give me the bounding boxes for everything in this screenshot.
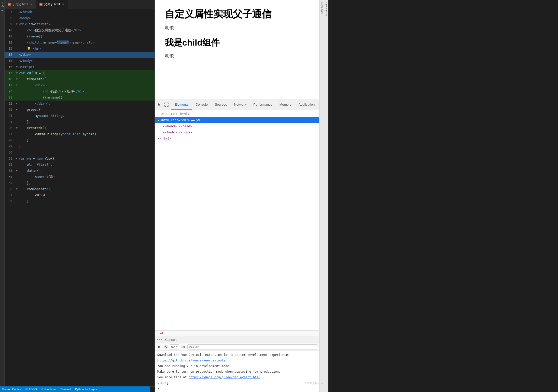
console-top-selector[interactable]: top ▼ xyxy=(170,344,179,349)
code-line: 35 }, xyxy=(5,180,155,186)
editor-panel: H 子传父.html × H 父传子.html × 7 </head> 8 xyxy=(5,0,155,392)
elem-html-attr-name: lang xyxy=(171,117,178,123)
tab-label-1: 子传父.html xyxy=(12,2,28,7)
console-msg-3: Make sure to turn on production mode whe… xyxy=(157,369,317,374)
code-line: 38 } xyxy=(5,198,155,204)
console-dot-2 xyxy=(159,339,160,340)
status-problems[interactable]: ⚠ Problems xyxy=(41,388,56,391)
html-file-icon-1: H xyxy=(8,3,11,6)
line-num: 24 xyxy=(5,113,15,119)
preview-child-subtitle: 胡歌 xyxy=(165,53,309,59)
fold-gutter[interactable]: ▼ xyxy=(15,168,19,174)
line-num: 8 xyxy=(5,15,15,21)
right-sidebar-bookmarks: Bookmarks xyxy=(324,0,328,392)
elem-html-eq: = xyxy=(178,117,180,123)
code-line: 30 xyxy=(5,149,155,156)
code-content: el: '#first', xyxy=(19,162,155,168)
console-clear-btn[interactable] xyxy=(163,344,169,349)
code-line: 24 myname: String, xyxy=(5,113,155,119)
code-line: 12 <child :myname="name">name</child> xyxy=(5,39,155,46)
fold-gutter[interactable]: ▼ xyxy=(15,21,19,27)
elem-html-triangle[interactable]: ▶ xyxy=(158,117,159,123)
tab-application[interactable]: Application xyxy=(295,99,318,110)
fold-gutter[interactable]: ▼ xyxy=(15,107,19,113)
code-content: } xyxy=(19,143,155,149)
svg-marker-4 xyxy=(158,346,161,348)
devtools-cursor-btn[interactable] xyxy=(156,99,163,110)
tab-elements[interactable]: Elements xyxy=(171,99,192,110)
console-msg-4: See more tips at https://vuejs.org/guide… xyxy=(157,374,317,380)
svg-point-8 xyxy=(183,346,184,347)
line-num: 9 xyxy=(5,21,15,27)
fold-gutter[interactable]: ▼ xyxy=(15,70,19,76)
tab-console[interactable]: Console xyxy=(192,99,211,110)
code-content: template:` xyxy=(19,76,155,82)
line-num: 37 xyxy=(5,192,15,198)
console-output: Download the Vue Devtools extension for … xyxy=(155,351,319,392)
console-run-btn[interactable] xyxy=(157,344,162,349)
fold-gutter: ▼ xyxy=(15,101,19,107)
code-line: 31 ▼ var vm = new Vue({ xyxy=(5,156,155,162)
line-num: 13 xyxy=(5,46,15,52)
code-line: 11 {{name}} xyxy=(5,33,155,39)
code-content: components:{ xyxy=(19,186,155,192)
elem-head-line[interactable]: ▶ <head>…</head> xyxy=(155,123,319,129)
line-num: 31 xyxy=(5,156,15,162)
elem-doctype-line[interactable]: <!DOCTYPE html> xyxy=(155,111,319,117)
elem-body-line[interactable]: ▶ <body>…</body> xyxy=(155,129,319,135)
code-line: 16 ▼ <script> xyxy=(5,64,155,70)
console-header: Console xyxy=(155,336,319,343)
doctype-text: <!DOCTYPE html> xyxy=(161,111,190,117)
code-line: 36 ▼ components:{ xyxy=(5,186,155,192)
line-num: 25 xyxy=(5,119,15,125)
tab-sources[interactable]: Sources xyxy=(211,99,231,110)
elem-html-tag: <html xyxy=(160,117,170,123)
fold-gutter[interactable]: ▼ xyxy=(15,76,19,82)
console-msg-1: Download the Vue Devtools extension for … xyxy=(157,352,317,358)
elem-head-triangle[interactable]: ▶ xyxy=(163,123,164,129)
elem-html-line[interactable]: ▶ <html lang = "en" > == $0 xyxy=(155,117,319,123)
status-bar: Version Control ☰ TODO ⚠ Problems Termin… xyxy=(0,386,150,392)
code-content: myname: String, xyxy=(19,113,155,119)
deployment-link[interactable]: https://vuejs.org/guide/deployment.html xyxy=(189,375,260,379)
fold-gutter[interactable]: ▼ xyxy=(15,156,19,162)
structure-sidebar-label[interactable]: Structure xyxy=(320,0,324,16)
tab-fu-chuan-zi[interactable]: H 父传子.html × xyxy=(36,0,68,9)
status-terminal[interactable]: Terminal xyxy=(60,388,71,391)
console-eye-btn[interactable] xyxy=(181,344,186,349)
tab-performance[interactable]: Performance xyxy=(250,99,276,110)
tab-zi-chuan-fu[interactable]: H 子传父.html × xyxy=(5,0,36,9)
code-line: 27 console.log(typeof this.myname) xyxy=(5,131,155,137)
tab-close-1[interactable]: × xyxy=(30,3,33,6)
console-msg-link-1[interactable]: https://github.com/vuejs/vue-devtools xyxy=(157,358,317,363)
console-tab-label[interactable]: Console xyxy=(165,338,177,342)
project-sidebar-label[interactable]: Project xyxy=(1,0,4,13)
code-editor[interactable]: 7 </head> 8 <body> 9 ▼ <div id="first"> … xyxy=(5,9,155,386)
code-line: 37 child xyxy=(5,192,155,198)
devtools-inspect-btn[interactable] xyxy=(163,99,170,110)
bookmarks-sidebar-label[interactable]: Bookmarks xyxy=(325,0,328,18)
tab-close-2[interactable]: × xyxy=(61,3,65,6)
fold-gutter[interactable]: ▼ xyxy=(15,125,19,131)
code-content: }, xyxy=(19,180,155,186)
elem-body-triangle[interactable]: ▶ xyxy=(163,130,164,135)
vue-devtools-link[interactable]: https://github.com/vuejs/vue-devtools xyxy=(157,359,225,362)
status-python[interactable]: Python Packages xyxy=(75,388,97,391)
elem-html-eq2: == xyxy=(191,117,195,123)
console-filter-input[interactable] xyxy=(187,344,317,349)
line-num: 30 xyxy=(5,149,15,156)
line-num: 27 xyxy=(5,131,15,137)
dt-bc-html[interactable]: html xyxy=(157,332,164,335)
status-todo[interactable]: ☰ TODO xyxy=(25,388,37,391)
console-prompt-row[interactable]: › xyxy=(157,386,317,391)
elem-html-close-line[interactable]: </html> xyxy=(155,135,319,142)
fold-gutter[interactable]: ▼ xyxy=(15,186,19,192)
status-version-control[interactable]: Version Control xyxy=(2,388,21,391)
fold-gutter[interactable]: ▼ xyxy=(15,82,19,88)
tab-network[interactable]: Network xyxy=(231,99,250,110)
fold-gutter[interactable]: ▼ xyxy=(15,64,19,70)
tab-memory[interactable]: Memory xyxy=(276,99,295,110)
console-dot-1 xyxy=(157,339,158,340)
line-num: 34 xyxy=(5,174,15,180)
line-num: 23 xyxy=(5,107,15,113)
